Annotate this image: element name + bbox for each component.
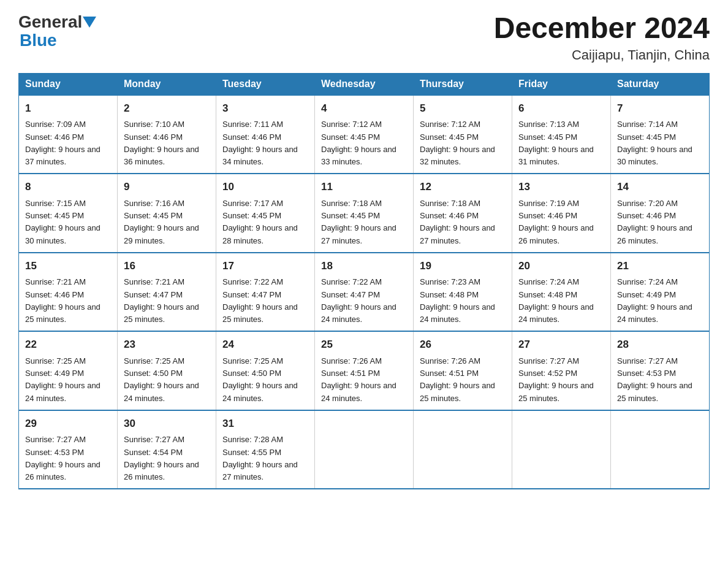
title-section: December 2024 Caijiapu, Tianjin, China: [494, 12, 710, 63]
day-info: Sunrise: 7:18 AMSunset: 4:46 PMDaylight:…: [420, 199, 495, 245]
day-number: 11: [321, 179, 407, 195]
day-number: 15: [25, 258, 111, 274]
weekday-header-thursday: Thursday: [414, 73, 512, 95]
logo-triangle-icon: [83, 17, 96, 28]
day-info: Sunrise: 7:18 AMSunset: 4:45 PMDaylight:…: [321, 199, 396, 245]
day-number: 31: [222, 416, 308, 432]
day-info: Sunrise: 7:21 AMSunset: 4:46 PMDaylight:…: [25, 277, 100, 324]
calendar-cell: 16 Sunrise: 7:21 AMSunset: 4:47 PMDaylig…: [118, 253, 216, 332]
day-number: 29: [25, 416, 111, 432]
day-info: Sunrise: 7:12 AMSunset: 4:45 PMDaylight:…: [321, 120, 396, 166]
day-info: Sunrise: 7:25 AMSunset: 4:50 PMDaylight:…: [124, 356, 199, 403]
calendar-cell: 18 Sunrise: 7:22 AMSunset: 4:47 PMDaylig…: [315, 253, 414, 332]
logo: General Blue: [18, 12, 96, 50]
day-info: Sunrise: 7:27 AMSunset: 4:53 PMDaylight:…: [25, 435, 100, 481]
calendar-week-row: 8 Sunrise: 7:15 AMSunset: 4:45 PMDayligh…: [19, 174, 710, 253]
calendar-cell: [611, 410, 710, 489]
calendar-cell: 20 Sunrise: 7:24 AMSunset: 4:48 PMDaylig…: [512, 253, 611, 332]
calendar-cell: [315, 410, 414, 489]
day-number: 10: [222, 179, 308, 195]
day-info: Sunrise: 7:16 AMSunset: 4:45 PMDaylight:…: [124, 199, 199, 245]
calendar-cell: 17 Sunrise: 7:22 AMSunset: 4:47 PMDaylig…: [216, 253, 315, 332]
day-info: Sunrise: 7:24 AMSunset: 4:49 PMDaylight:…: [617, 277, 692, 324]
day-info: Sunrise: 7:14 AMSunset: 4:45 PMDaylight:…: [617, 120, 692, 166]
day-info: Sunrise: 7:19 AMSunset: 4:46 PMDaylight:…: [518, 199, 594, 245]
calendar-cell: 8 Sunrise: 7:15 AMSunset: 4:45 PMDayligh…: [19, 174, 118, 253]
weekday-header-tuesday: Tuesday: [216, 73, 315, 95]
day-info: Sunrise: 7:13 AMSunset: 4:45 PMDaylight:…: [518, 120, 594, 166]
calendar-week-row: 22 Sunrise: 7:25 AMSunset: 4:49 PMDaylig…: [19, 331, 710, 410]
day-info: Sunrise: 7:10 AMSunset: 4:46 PMDaylight:…: [124, 120, 199, 166]
day-number: 26: [420, 337, 506, 353]
calendar-cell: 6 Sunrise: 7:13 AMSunset: 4:45 PMDayligh…: [512, 95, 611, 174]
page-header: General Blue December 2024 Caijiapu, Tia…: [18, 12, 710, 63]
day-number: 2: [124, 101, 210, 117]
day-number: 17: [222, 258, 308, 274]
calendar-cell: 27 Sunrise: 7:27 AMSunset: 4:52 PMDaylig…: [512, 331, 611, 410]
day-number: 16: [124, 258, 210, 274]
calendar-cell: 30 Sunrise: 7:27 AMSunset: 4:54 PMDaylig…: [118, 410, 216, 489]
calendar-cell: [414, 410, 512, 489]
day-number: 27: [518, 337, 604, 353]
calendar-week-row: 15 Sunrise: 7:21 AMSunset: 4:46 PMDaylig…: [19, 253, 710, 332]
calendar-cell: 15 Sunrise: 7:21 AMSunset: 4:46 PMDaylig…: [19, 253, 118, 332]
calendar-cell: 4 Sunrise: 7:12 AMSunset: 4:45 PMDayligh…: [315, 95, 414, 174]
day-number: 3: [222, 101, 308, 117]
day-info: Sunrise: 7:12 AMSunset: 4:45 PMDaylight:…: [420, 120, 495, 166]
day-info: Sunrise: 7:22 AMSunset: 4:47 PMDaylight:…: [222, 277, 298, 324]
calendar-cell: 5 Sunrise: 7:12 AMSunset: 4:45 PMDayligh…: [414, 95, 512, 174]
weekday-header-saturday: Saturday: [611, 73, 710, 95]
day-info: Sunrise: 7:23 AMSunset: 4:48 PMDaylight:…: [420, 277, 495, 324]
day-info: Sunrise: 7:15 AMSunset: 4:45 PMDaylight:…: [25, 199, 100, 245]
day-number: 20: [518, 258, 604, 274]
day-number: 18: [321, 258, 407, 274]
day-number: 19: [420, 258, 506, 274]
day-info: Sunrise: 7:27 AMSunset: 4:52 PMDaylight:…: [518, 356, 594, 403]
calendar-cell: 1 Sunrise: 7:09 AMSunset: 4:46 PMDayligh…: [19, 95, 118, 174]
calendar-week-row: 29 Sunrise: 7:27 AMSunset: 4:53 PMDaylig…: [19, 410, 710, 489]
day-number: 8: [25, 179, 111, 195]
calendar-cell: 21 Sunrise: 7:24 AMSunset: 4:49 PMDaylig…: [611, 253, 710, 332]
day-info: Sunrise: 7:09 AMSunset: 4:46 PMDaylight:…: [25, 120, 100, 166]
calendar-cell: 14 Sunrise: 7:20 AMSunset: 4:46 PMDaylig…: [611, 174, 710, 253]
calendar-cell: 7 Sunrise: 7:14 AMSunset: 4:45 PMDayligh…: [611, 95, 710, 174]
calendar-cell: 22 Sunrise: 7:25 AMSunset: 4:49 PMDaylig…: [19, 331, 118, 410]
calendar-cell: 31 Sunrise: 7:28 AMSunset: 4:55 PMDaylig…: [216, 410, 315, 489]
day-number: 5: [420, 101, 506, 117]
calendar-title: December 2024: [494, 12, 710, 45]
day-info: Sunrise: 7:24 AMSunset: 4:48 PMDaylight:…: [518, 277, 594, 324]
day-info: Sunrise: 7:26 AMSunset: 4:51 PMDaylight:…: [420, 356, 495, 403]
day-number: 21: [617, 258, 703, 274]
calendar-cell: 29 Sunrise: 7:27 AMSunset: 4:53 PMDaylig…: [19, 410, 118, 489]
calendar-table: SundayMondayTuesdayWednesdayThursdayFrid…: [18, 73, 710, 490]
day-number: 7: [617, 101, 703, 117]
day-number: 12: [420, 179, 506, 195]
day-info: Sunrise: 7:26 AMSunset: 4:51 PMDaylight:…: [321, 356, 396, 403]
day-info: Sunrise: 7:27 AMSunset: 4:53 PMDaylight:…: [617, 356, 692, 403]
calendar-subtitle: Caijiapu, Tianjin, China: [494, 47, 710, 63]
day-info: Sunrise: 7:20 AMSunset: 4:46 PMDaylight:…: [617, 199, 692, 245]
day-number: 1: [25, 101, 111, 117]
logo-blue-text: Blue: [20, 31, 57, 50]
day-number: 14: [617, 179, 703, 195]
day-number: 28: [617, 337, 703, 353]
calendar-cell: 11 Sunrise: 7:18 AMSunset: 4:45 PMDaylig…: [315, 174, 414, 253]
weekday-header-monday: Monday: [118, 73, 216, 95]
calendar-cell: 23 Sunrise: 7:25 AMSunset: 4:50 PMDaylig…: [118, 331, 216, 410]
day-info: Sunrise: 7:11 AMSunset: 4:46 PMDaylight:…: [222, 120, 298, 166]
day-number: 30: [124, 416, 210, 432]
calendar-cell: [512, 410, 611, 489]
calendar-cell: 19 Sunrise: 7:23 AMSunset: 4:48 PMDaylig…: [414, 253, 512, 332]
svg-marker-0: [83, 17, 96, 28]
day-number: 4: [321, 101, 407, 117]
calendar-cell: 24 Sunrise: 7:25 AMSunset: 4:50 PMDaylig…: [216, 331, 315, 410]
calendar-cell: 28 Sunrise: 7:27 AMSunset: 4:53 PMDaylig…: [611, 331, 710, 410]
day-info: Sunrise: 7:22 AMSunset: 4:47 PMDaylight:…: [321, 277, 396, 324]
day-number: 22: [25, 337, 111, 353]
day-number: 6: [518, 101, 604, 117]
day-number: 23: [124, 337, 210, 353]
calendar-cell: 26 Sunrise: 7:26 AMSunset: 4:51 PMDaylig…: [414, 331, 512, 410]
logo-general-text: General: [18, 12, 82, 32]
weekday-header-row: SundayMondayTuesdayWednesdayThursdayFrid…: [19, 73, 710, 95]
weekday-header-sunday: Sunday: [19, 73, 118, 95]
